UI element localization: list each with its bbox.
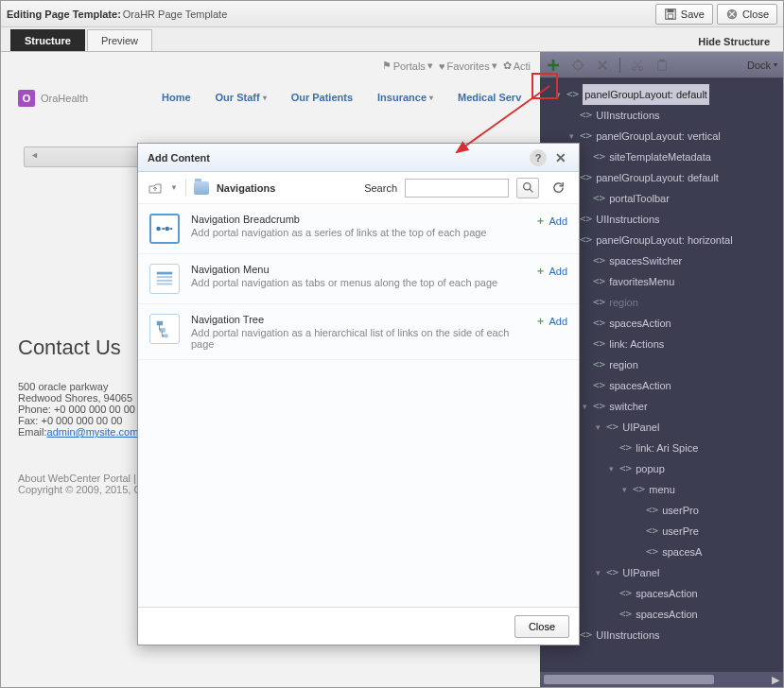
tree-toggle-icon[interactable]: ▾: [593, 417, 602, 438]
catalog-item-icon: [149, 314, 180, 344]
tree-node-label: UIInstructions: [596, 209, 659, 230]
tree-node-label: UIPanel: [622, 562, 659, 583]
tree-node-label: menu: [649, 479, 675, 500]
svg-rect-13: [157, 272, 173, 275]
save-icon: [664, 8, 677, 21]
tree-node-label: link: Ari Spice: [636, 438, 698, 458]
catalog-item[interactable]: Navigation BreadcrumbAdd portal navigati…: [138, 204, 579, 254]
tree-node-label: userPre: [662, 521, 699, 542]
catalog-item-title: Navigation Tree: [191, 314, 524, 325]
catalog-item-icon: [149, 214, 180, 244]
tree-toggle-icon[interactable]: ▾: [619, 479, 629, 500]
dialog-toolbar: ▼ Navigations Search: [138, 172, 579, 204]
cut-tool-icon[interactable]: [630, 58, 645, 73]
tag-icon: <>: [593, 250, 605, 271]
add-link[interactable]: ＋Add: [535, 314, 567, 328]
svg-point-4: [574, 60, 583, 69]
tree-node-label: portalToolbar: [609, 188, 670, 209]
portals-menu[interactable]: ⚑Portals▾: [382, 60, 433, 72]
edit-tool-icon[interactable]: [570, 58, 585, 73]
add-link[interactable]: ＋Add: [535, 264, 567, 278]
catalog-item-title: Navigation Menu: [191, 264, 524, 275]
nav-insurance[interactable]: Insurance▾: [377, 92, 433, 103]
tree-node-label: panelGroupLayout: vertical: [596, 126, 720, 146]
delete-tool-icon[interactable]: [595, 58, 610, 73]
tree-node-label: spacesSwitcher: [609, 250, 682, 271]
nav-home[interactable]: Home: [162, 92, 191, 103]
tree-node-label: favoritesMenu: [609, 271, 674, 292]
plus-icon: ＋: [535, 214, 546, 228]
brand-logo: O: [18, 90, 35, 107]
contact-phone: +0 000 000 00 00: [54, 404, 135, 415]
catalog-item[interactable]: Navigation TreeAdd portal navigation as …: [138, 304, 579, 360]
dock-menu[interactable]: Dock▾: [747, 60, 777, 71]
add-content-button[interactable]: [546, 58, 561, 73]
topbar: Editing Page Template: OraHR Page Templa…: [1, 1, 783, 27]
tree-node-label: panelGroupLayout: default: [583, 84, 709, 105]
tag-icon: <>: [580, 230, 592, 250]
tag-icon: <>: [593, 396, 605, 417]
catalog-item-icon: [149, 264, 180, 294]
structure-toolbar: Dock▾: [540, 52, 783, 78]
tag-icon: <>: [580, 126, 592, 146]
tag-icon: <>: [593, 354, 605, 375]
search-input[interactable]: [405, 179, 509, 198]
scrollbar-thumb[interactable]: [544, 675, 714, 684]
dialog-body: Navigation BreadcrumbAdd portal navigati…: [138, 204, 579, 607]
dialog-close-button[interactable]: Close: [514, 615, 569, 638]
favorites-menu[interactable]: ♥Favorites▾: [439, 60, 497, 72]
paste-tool-icon[interactable]: [654, 58, 670, 73]
tag-icon: <>: [580, 105, 592, 126]
tag-icon: <>: [619, 458, 632, 479]
nav-patients[interactable]: Our Patients: [291, 92, 353, 103]
add-link[interactable]: ＋Add: [535, 214, 567, 228]
catalog-item[interactable]: Navigation MenuAdd portal navigation as …: [138, 254, 579, 304]
nav-staff[interactable]: Our Staff▾: [216, 92, 267, 103]
help-icon[interactable]: ?: [530, 149, 547, 166]
about-line2: Copyright © 2009, 2015, O: [18, 484, 142, 495]
contact-email[interactable]: admin@mysite.com: [47, 426, 139, 438]
save-button[interactable]: Save: [655, 4, 713, 25]
close-button[interactable]: Close: [717, 4, 777, 25]
tag-icon: <>: [619, 438, 632, 458]
tree-node-label: spacesAction: [609, 375, 671, 396]
about-line1: About WebCenter Portal |: [18, 473, 142, 484]
tree-toggle-icon[interactable]: ▾: [606, 458, 616, 479]
nav-medserv[interactable]: Medical Serv: [458, 92, 521, 103]
breadcrumb[interactable]: Navigations: [217, 182, 275, 194]
tree-node-label: panelGroupLayout: default: [596, 167, 719, 188]
tag-icon: <>: [646, 500, 658, 521]
structure-hscroll[interactable]: ▶: [540, 672, 783, 687]
search-button[interactable]: [516, 178, 539, 198]
hide-structure-link[interactable]: Hide Structure: [694, 32, 774, 51]
tree-node[interactable]: ▾<>panelGroupLayout: default: [540, 84, 783, 105]
tree-node[interactable]: <>UIInstructions: [540, 105, 783, 126]
actions-menu[interactable]: ✿Acti: [503, 60, 531, 72]
tag-icon: <>: [593, 188, 605, 209]
dialog-footer: Close: [138, 607, 579, 645]
tag-icon: <>: [606, 562, 618, 583]
tree-node-label: UIPanel: [622, 417, 659, 438]
svg-rect-8: [659, 59, 664, 61]
tab-structure[interactable]: Structure: [10, 29, 85, 51]
tab-preview[interactable]: Preview: [87, 29, 152, 51]
tree-node-label: region: [609, 292, 638, 313]
tag-icon: <>: [593, 313, 605, 334]
dialog-header[interactable]: Add Content ? ✕: [138, 144, 579, 172]
scrollbar-right[interactable]: ▶: [768, 672, 783, 687]
tree-toggle-icon[interactable]: ▾: [553, 84, 563, 105]
save-label: Save: [681, 9, 705, 20]
up-folder-icon[interactable]: [148, 181, 163, 196]
tag-icon: <>: [633, 479, 645, 500]
tag-icon: <>: [619, 583, 632, 604]
svg-rect-2: [668, 14, 672, 18]
tree-node-label: popup: [636, 458, 665, 479]
tree-toggle-icon[interactable]: ▾: [580, 396, 589, 417]
dialog-close-icon[interactable]: ✕: [552, 149, 569, 166]
breadcrumb-dropdown-icon[interactable]: ▼: [170, 183, 178, 192]
tree-node-label: UIInstructions: [596, 625, 659, 645]
tag-icon: <>: [593, 271, 605, 292]
tree-node-label: spacesA: [662, 542, 702, 562]
tree-toggle-icon[interactable]: ▾: [593, 562, 602, 583]
refresh-button[interactable]: [547, 178, 569, 198]
